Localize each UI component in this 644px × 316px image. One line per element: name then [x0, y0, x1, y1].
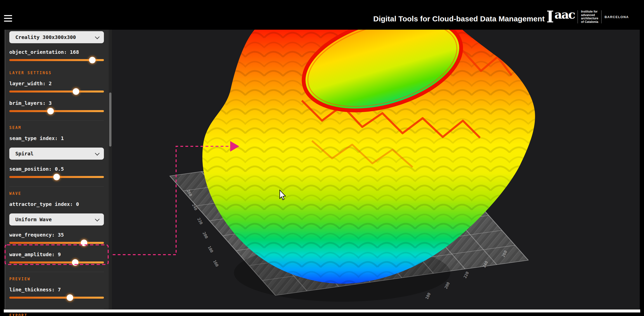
attractor-type-label: attractor_type index: 0 — [9, 201, 104, 207]
hamburger-menu-icon[interactable] — [4, 15, 13, 24]
slider-thumb[interactable] — [53, 174, 60, 180]
chevron-down-icon — [95, 151, 99, 155]
iaac-logo: I aac Institute for advanced architectur… — [546, 10, 629, 24]
chevron-down-icon — [95, 217, 99, 221]
sidebar-scrollbar-thumb[interactable] — [109, 93, 111, 147]
logo-divider — [578, 10, 578, 23]
app-frame: Digital Tools for Cloud-based Data Manag… — [0, 0, 644, 316]
settings-sidebar: Creality 300x300x300 object_orientation:… — [5, 30, 112, 309]
logo-divider — [601, 10, 601, 23]
slider-thumb[interactable] — [72, 259, 78, 266]
section-seam: SEAM — [9, 120, 104, 130]
seam-type-select[interactable]: Spiral — [9, 148, 104, 160]
sidebar-scrollbar[interactable] — [109, 30, 112, 309]
slider-thumb[interactable] — [67, 294, 73, 301]
layer-width-slider[interactable] — [9, 88, 104, 95]
brim-layers-slider[interactable] — [9, 108, 104, 114]
object-orientation-label: object_orientation: 168 — [9, 49, 104, 55]
seam-position-slider[interactable] — [9, 174, 104, 180]
horizontal-scrollbar[interactable] — [4, 309, 640, 312]
logo-city: BARCELONA — [605, 15, 629, 19]
wave-amplitude-label: wave_amplitude: 9 — [9, 251, 104, 257]
chevron-down-icon — [95, 34, 99, 39]
seam-type-label: seam_type index: 1 — [9, 135, 104, 141]
seam-position-label: seam_position: 0.5 — [9, 166, 104, 172]
wave-frequency-label: wave_frequency: 35 — [9, 232, 104, 238]
object-orientation-slider[interactable] — [9, 57, 104, 63]
printer-select[interactable]: Creality 300x300x300 — [9, 31, 104, 43]
section-preview: PREVIEW — [9, 272, 104, 281]
slider-thumb[interactable] — [89, 57, 96, 63]
slider-thumb[interactable] — [81, 240, 87, 246]
viewport-3d-canvas[interactable]: 260 240 220 200 180 160 180 200 220 240 … — [112, 30, 640, 309]
page-title: Digital Tools for Cloud-based Data Manag… — [373, 15, 545, 23]
line-thickness-label: line_thickness: 7 — [9, 287, 104, 293]
wave-amplitude-slider[interactable] — [9, 259, 104, 266]
section-layer-settings: LAYER SETTINGS — [9, 71, 104, 75]
wave-frequency-slider[interactable] — [9, 240, 104, 246]
section-wave: WAVE — [9, 186, 104, 196]
line-thickness-slider[interactable] — [9, 294, 104, 301]
brim-layers-label: brim_layers: 3 — [9, 100, 104, 106]
logo-institute-text: Institute for advanced architecture of C… — [581, 10, 598, 24]
layer-width-label: layer_width: 2 — [9, 80, 104, 86]
3d-scene: 260 240 220 200 180 160 180 200 220 240 … — [112, 30, 640, 309]
slider-thumb[interactable] — [73, 88, 79, 95]
iaac-wordmark: I aac — [546, 10, 575, 24]
header-bar: Digital Tools for Cloud-based Data Manag… — [0, 0, 644, 30]
attractor-type-select[interactable]: Uniform Wave — [9, 213, 104, 225]
slider-thumb[interactable] — [47, 108, 54, 114]
